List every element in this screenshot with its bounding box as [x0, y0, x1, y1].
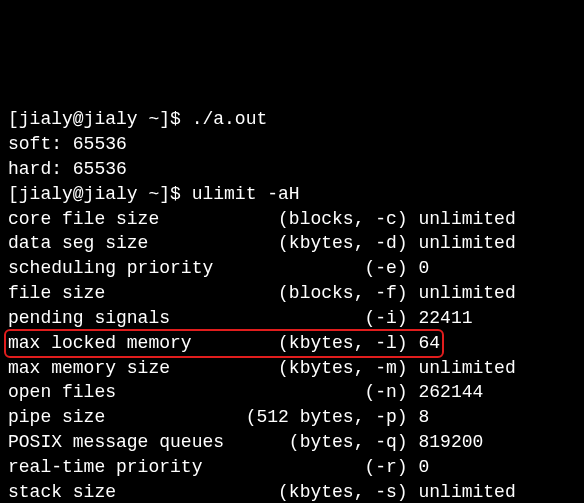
- ulimit-name: POSIX message queues: [8, 432, 246, 452]
- spacer: [408, 308, 419, 328]
- ulimit-row: max locked memory (kbytes, -l) 64: [8, 331, 576, 356]
- ulimit-row-content: stack size (kbytes, -s) unlimited: [8, 482, 516, 502]
- command-text: ./a.out: [192, 109, 268, 129]
- ulimit-name: file size: [8, 283, 246, 303]
- spacer: [408, 382, 419, 402]
- ulimit-row: file size (blocks, -f) unlimited: [8, 281, 576, 306]
- spacer: [408, 258, 419, 278]
- shell-prompt: [jialy@jialy ~]$: [8, 184, 192, 204]
- ulimit-name: core file size: [8, 209, 246, 229]
- ulimit-name: pipe size: [8, 407, 246, 427]
- spacer: [408, 432, 419, 452]
- ulimit-name: real-time priority: [8, 457, 246, 477]
- ulimit-row: pending signals (-i) 22411: [8, 306, 576, 331]
- ulimit-value: 8: [418, 407, 429, 427]
- ulimit-value: unlimited: [418, 283, 515, 303]
- spacer: [408, 482, 419, 502]
- terminal-output[interactable]: [jialy@jialy ~]$ ./a.outsoft: 65536hard:…: [8, 107, 576, 503]
- ulimit-name: max memory size: [8, 358, 246, 378]
- ulimit-name: pending signals: [8, 308, 246, 328]
- ulimit-units: (bytes, -q): [246, 432, 408, 452]
- ulimit-value: unlimited: [418, 233, 515, 253]
- ulimit-row-content: file size (blocks, -f) unlimited: [8, 283, 516, 303]
- ulimit-row-content: data seg size (kbytes, -d) unlimited: [8, 233, 516, 253]
- ulimit-units: (kbytes, -l): [246, 333, 408, 353]
- ulimit-row: pipe size (512 bytes, -p) 8: [8, 405, 576, 430]
- ulimit-units: (-n): [246, 382, 408, 402]
- ulimit-units: (-e): [246, 258, 408, 278]
- ulimit-row: data seg size (kbytes, -d) unlimited: [8, 231, 576, 256]
- ulimit-row: max memory size (kbytes, -m) unlimited: [8, 356, 576, 381]
- command-text: ulimit -aH: [192, 184, 300, 204]
- ulimit-units: (-r): [246, 457, 408, 477]
- ulimit-value: unlimited: [418, 482, 515, 502]
- ulimit-row-content: core file size (blocks, -c) unlimited: [8, 209, 516, 229]
- spacer: [408, 333, 419, 353]
- ulimit-row-content: open files (-n) 262144: [8, 382, 483, 402]
- ulimit-name: stack size: [8, 482, 246, 502]
- ulimit-row-content: pipe size (512 bytes, -p) 8: [8, 407, 429, 427]
- ulimit-units: (kbytes, -s): [246, 482, 408, 502]
- ulimit-units: (kbytes, -m): [246, 358, 408, 378]
- ulimit-value: unlimited: [418, 358, 515, 378]
- ulimit-row: open files (-n) 262144: [8, 380, 576, 405]
- ulimit-name: data seg size: [8, 233, 246, 253]
- command-line-2: [jialy@jialy ~]$ ulimit -aH: [8, 182, 576, 207]
- ulimit-value: 262144: [418, 382, 483, 402]
- ulimit-units: (-i): [246, 308, 408, 328]
- spacer: [408, 233, 419, 253]
- ulimit-row-content: max locked memory (kbytes, -l) 64: [8, 331, 440, 356]
- spacer: [408, 457, 419, 477]
- spacer: [408, 407, 419, 427]
- ulimit-row: core file size (blocks, -c) unlimited: [8, 207, 576, 232]
- ulimit-units: (blocks, -c): [246, 209, 408, 229]
- spacer: [408, 283, 419, 303]
- ulimit-row-content: real-time priority (-r) 0: [8, 457, 429, 477]
- ulimit-row-content: scheduling priority (-e) 0: [8, 258, 429, 278]
- ulimit-name: max locked memory: [8, 333, 246, 353]
- output-hard: hard: 65536: [8, 157, 576, 182]
- command-line-1: [jialy@jialy ~]$ ./a.out: [8, 107, 576, 132]
- ulimit-units: (512 bytes, -p): [246, 407, 408, 427]
- ulimit-value: 0: [418, 457, 429, 477]
- ulimit-units: (kbytes, -d): [246, 233, 408, 253]
- ulimit-row: stack size (kbytes, -s) unlimited: [8, 480, 576, 503]
- ulimit-row: real-time priority (-r) 0: [8, 455, 576, 480]
- ulimit-row: POSIX message queues (bytes, -q) 819200: [8, 430, 576, 455]
- spacer: [408, 358, 419, 378]
- ulimit-name: scheduling priority: [8, 258, 246, 278]
- ulimit-value: 64: [418, 333, 440, 353]
- ulimit-value: 819200: [418, 432, 483, 452]
- ulimit-name: open files: [8, 382, 246, 402]
- ulimit-row-content: POSIX message queues (bytes, -q) 819200: [8, 432, 483, 452]
- ulimit-row: scheduling priority (-e) 0: [8, 256, 576, 281]
- shell-prompt: [jialy@jialy ~]$: [8, 109, 192, 129]
- spacer: [408, 209, 419, 229]
- ulimit-row-content: max memory size (kbytes, -m) unlimited: [8, 358, 516, 378]
- output-soft: soft: 65536: [8, 132, 576, 157]
- ulimit-row-content: pending signals (-i) 22411: [8, 308, 473, 328]
- ulimit-value: 0: [418, 258, 429, 278]
- ulimit-value: unlimited: [418, 209, 515, 229]
- ulimit-value: 22411: [418, 308, 472, 328]
- ulimit-units: (blocks, -f): [246, 283, 408, 303]
